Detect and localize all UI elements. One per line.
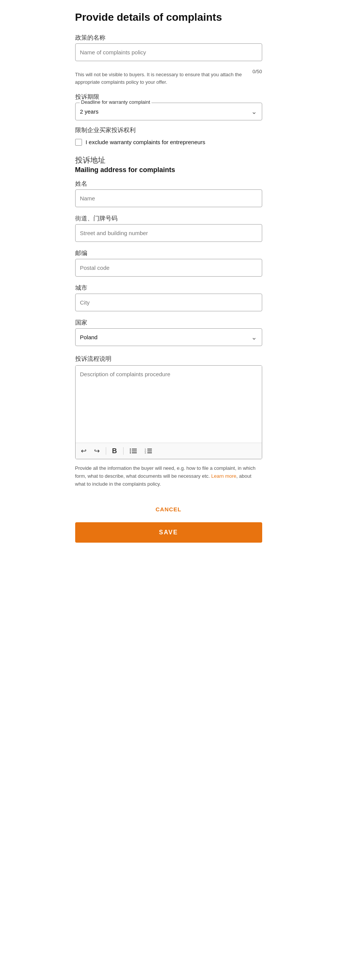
country-select[interactable]: Poland Germany France UK USA bbox=[75, 328, 262, 346]
save-button[interactable]: SAVE bbox=[75, 522, 262, 542]
street-label-cn: 街道、门牌号码 bbox=[75, 215, 262, 223]
street-input[interactable] bbox=[75, 224, 262, 242]
bold-button[interactable]: B bbox=[111, 446, 119, 456]
name-label-cn: 姓名 bbox=[75, 180, 262, 188]
cancel-button[interactable]: CANCEL bbox=[148, 501, 189, 517]
deadline-fieldset-label: Deadline for warranty complaint bbox=[80, 99, 152, 105]
svg-rect-5 bbox=[132, 452, 137, 453]
deadline-dropdown-group: Deadline for warranty complaint 1 year 2… bbox=[75, 103, 262, 120]
ordered-list-button[interactable]: 1. 2. 3. bbox=[143, 447, 154, 455]
buttons-container: CANCEL SAVE bbox=[75, 501, 262, 542]
exclude-checkbox-row: I exclude warranty complaints for entrep… bbox=[75, 138, 262, 146]
svg-point-4 bbox=[129, 452, 131, 453]
postal-label-cn: 邮编 bbox=[75, 250, 262, 257]
footer-hint: Provide all the information the buyer wi… bbox=[75, 465, 262, 488]
textarea-toolbar: ↩ ↪ B bbox=[75, 443, 262, 459]
name-field-group bbox=[75, 189, 262, 207]
svg-point-0 bbox=[129, 449, 131, 450]
address-label-en: Mailing address for complaints bbox=[75, 166, 262, 174]
address-label-cn: 投诉地址 bbox=[75, 155, 262, 165]
policy-name-input[interactable] bbox=[75, 43, 262, 61]
learn-more-link[interactable]: Learn more bbox=[211, 473, 236, 479]
svg-text:3.: 3. bbox=[145, 452, 146, 454]
deadline-select[interactable]: 1 year 2 years 3 years 5 years bbox=[75, 103, 262, 120]
svg-rect-11 bbox=[147, 452, 152, 453]
address-section: 投诉地址 Mailing address for complaints 姓名 街… bbox=[75, 155, 262, 346]
postal-input[interactable] bbox=[75, 259, 262, 277]
city-label-cn: 城市 bbox=[75, 284, 262, 292]
toolbar-divider-1 bbox=[106, 447, 106, 455]
exclude-checkbox[interactable] bbox=[75, 139, 82, 146]
exclude-checkbox-label: I exclude warranty complaints for entrep… bbox=[86, 138, 206, 146]
toolbar-divider-2 bbox=[123, 447, 123, 455]
redo-button[interactable]: ↪ bbox=[93, 446, 101, 456]
svg-rect-7 bbox=[147, 449, 152, 449]
exclude-label-cn: 限制企业买家投诉权利 bbox=[75, 126, 262, 134]
procedure-textarea-container: ↩ ↪ B bbox=[75, 365, 262, 459]
street-field-group bbox=[75, 224, 262, 242]
svg-rect-9 bbox=[147, 450, 152, 451]
procedure-label-cn: 投诉流程说明 bbox=[75, 355, 262, 363]
unordered-list-button[interactable] bbox=[128, 447, 139, 455]
city-field-group bbox=[75, 294, 262, 311]
exclude-section: 限制企业买家投诉权利 I exclude warranty complaints… bbox=[75, 126, 262, 146]
country-label-cn: 国家 bbox=[75, 319, 262, 327]
page-title: Provide details of complaints bbox=[75, 11, 262, 23]
policy-name-label-cn: 政策的名称 bbox=[75, 34, 262, 42]
svg-point-2 bbox=[129, 450, 131, 452]
svg-rect-1 bbox=[132, 449, 137, 449]
undo-button[interactable]: ↩ bbox=[79, 446, 88, 456]
procedure-textarea[interactable] bbox=[75, 366, 262, 441]
name-input[interactable] bbox=[75, 189, 262, 207]
policy-name-field-group bbox=[75, 43, 262, 61]
procedure-section: 投诉流程说明 ↩ ↪ B bbox=[75, 355, 262, 488]
city-input[interactable] bbox=[75, 294, 262, 311]
postal-field-group bbox=[75, 259, 262, 277]
svg-rect-3 bbox=[132, 450, 137, 451]
country-dropdown-group: Poland Germany France UK USA ⌄ bbox=[75, 328, 262, 346]
policy-name-hint: This will not be visible to buyers. It i… bbox=[75, 69, 262, 87]
char-count: 0/50 bbox=[252, 69, 262, 74]
